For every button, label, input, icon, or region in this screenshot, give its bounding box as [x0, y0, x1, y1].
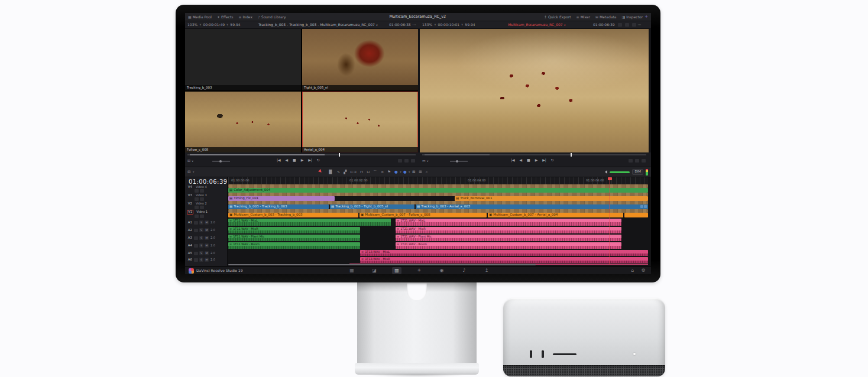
trim-edit-icon[interactable]: ▐▌ [328, 170, 333, 174]
in-out-icon[interactable] [635, 159, 639, 162]
keyframe-marker-icon[interactable]: ● [403, 170, 407, 174]
sound-library-button[interactable]: ♪Sound Library [258, 15, 286, 19]
audio-clip-a6[interactable]: ∞1T13.WAV - MixR [360, 257, 648, 263]
v2-track-controls[interactable] [193, 206, 204, 210]
solo-button[interactable]: S [199, 236, 203, 240]
left-zoom-slider[interactable] [212, 161, 230, 162]
stop-button[interactable]: ■ [293, 158, 296, 162]
dim-button[interactable]: DIM [632, 169, 643, 175]
solo-button[interactable]: S [199, 251, 203, 255]
mute-button[interactable]: M [205, 251, 209, 255]
v4-track-controls[interactable] [193, 189, 204, 193]
track-header-a6[interactable]: A6 S M 2.0 [187, 258, 215, 262]
right-zoom-slider[interactable] [450, 161, 468, 162]
insert-clip-icon[interactable]: ⊏⊐ [350, 170, 357, 174]
solo-button[interactable]: S [199, 258, 203, 262]
timeline-name[interactable]: Multicam_Escaramuza_RC_007 ∨ [493, 23, 581, 27]
audio-clip-a4-pink[interactable]: ∞1T21.WAV - Boom [396, 242, 621, 249]
audio-clip-a4-green[interactable]: ∞1T11.WAV - Boom [228, 242, 360, 249]
left-viewer-timecode[interactable]: 00:00:01:49 [203, 23, 225, 27]
project-manager-button[interactable]: ⌂ [628, 267, 637, 274]
audio-clip-a3-green[interactable]: ∞1T11.WAV - Plant Mic [228, 235, 360, 241]
solo-button[interactable]: S [199, 243, 203, 248]
multicam-clip-v1-3[interactable]: ▣Multicam_Custom_b_007 - Aerial_a_004 [488, 213, 623, 217]
play-button[interactable]: ▶ [301, 158, 304, 162]
step-back-button[interactable]: ◀ [520, 158, 523, 162]
metadata-button[interactable]: ⊞Metadata [595, 15, 616, 19]
zoom-detail-icon[interactable]: ⊞ [419, 170, 422, 174]
fullscreen-icon[interactable] [632, 23, 636, 27]
timeline-options-icon[interactable]: ⊟ [187, 170, 190, 174]
link-clips-icon[interactable]: ∞ [381, 170, 384, 174]
angle-cell-tracking[interactable]: Tracking_b_003 [185, 29, 301, 90]
replace-clip-icon[interactable]: ⊔ [367, 170, 370, 174]
skip-back-button[interactable]: |◀ [511, 158, 515, 162]
dynamic-trim-icon[interactable]: ∿ [337, 170, 340, 174]
left-viewer-seekbar[interactable] [187, 154, 416, 155]
audio-clip-a2-pink[interactable]: ∞1T21.WAV - MixR [396, 227, 621, 233]
grab-still-icon[interactable] [625, 23, 629, 27]
page-deliver-button[interactable]: ↥ [482, 267, 491, 274]
track-header-a1[interactable]: A1 S M 2.0 [187, 220, 215, 225]
single-view-mode[interactable]: ▭ ∨ [422, 159, 429, 163]
angle-cell-aerial-active[interactable]: Aerial_a_004 [302, 92, 418, 152]
track-header-a4[interactable]: A4 S M 2.0 [187, 243, 215, 248]
page-cut-button[interactable]: ◪ [370, 267, 379, 274]
audio-clip-a3-pink[interactable]: ∞1T21.WAV - Plant Mic [396, 235, 621, 241]
clip-menu-icon[interactable] [411, 159, 415, 162]
angle-cell-follow[interactable]: Follow_c_008 [185, 92, 301, 152]
timeline-scrollbar[interactable] [228, 264, 536, 265]
in-out-icon[interactable] [404, 159, 409, 162]
video-clip-v2-2[interactable]: ▤Tracking_b_003 - Tight_b_005_el [330, 204, 414, 209]
display-output-icon[interactable] [618, 23, 622, 27]
volume-slider[interactable] [610, 171, 630, 173]
speaker-icon[interactable] [603, 170, 607, 174]
audio-clip-a1-pink[interactable]: ∞1T21.WAV - MixL [396, 219, 621, 226]
track-header-a3[interactable]: A3 S M 2.0 [187, 236, 215, 240]
angle-cell-tight[interactable]: Tight_b_005_el [302, 29, 418, 90]
clip-menu-icon[interactable] [642, 159, 646, 162]
v1-track-controls[interactable] [193, 214, 204, 219]
project-settings-button[interactable]: ⚙ [639, 267, 648, 274]
page-edit-button-active[interactable]: ▥ [392, 267, 401, 274]
left-viewer-zoom[interactable]: 103% [187, 23, 197, 27]
more-menu-icon[interactable]: ··· [413, 23, 416, 27]
more-menu-icon[interactable]: ··· [638, 23, 642, 27]
right-viewer-timecode[interactable]: 00:00:10:01 [438, 23, 459, 27]
track-header-v2[interactable]: V2 Video 2 [187, 202, 207, 206]
snapping-icon[interactable]: ⌒ [373, 170, 377, 174]
mixer-button[interactable]: ≡Mixer [576, 15, 590, 19]
mute-button[interactable]: M [205, 228, 209, 232]
match-frame-icon[interactable] [398, 159, 402, 162]
track-header-v4[interactable]: V4 Video 4 [187, 185, 207, 189]
mute-button[interactable]: M [205, 258, 209, 262]
audio-clip-a1-green[interactable]: ∞1T11.WAV - MixL [228, 219, 391, 226]
playhead-line[interactable] [610, 177, 610, 265]
mute-button[interactable]: M [205, 236, 209, 240]
zoom-custom-icon[interactable]: ⌕ [426, 170, 428, 174]
match-frame-icon[interactable] [629, 159, 633, 162]
multicam-clip-v1-1[interactable]: ▣Multicam_Custom_b_003 - Tracking_b_003 [228, 213, 358, 217]
inspector-button[interactable]: ◨Inspector [621, 15, 643, 19]
selection-tool-icon[interactable] [318, 169, 324, 175]
track-header-v3[interactable]: V3 Video 3 [187, 193, 207, 197]
video-clip-v2-3[interactable]: ▤Tracking_b_003 - Aerial_a_003 [416, 204, 648, 209]
multicam-clip-v1-2[interactable]: ▣Multicam_Custom_b_007 - Follow_c_008 [359, 213, 487, 217]
mute-button[interactable]: M [205, 243, 209, 248]
solo-button[interactable]: S [199, 220, 203, 225]
flag-icon[interactable]: ⚑ [387, 170, 391, 174]
video-clip-v3-1[interactable]: ▤Timing_Fix_001 [228, 196, 335, 201]
play-button[interactable]: ▶ [535, 158, 538, 162]
media-pool-button[interactable]: ▦Media Pool [188, 15, 212, 19]
zoom-full-icon[interactable]: ⊠ [412, 170, 415, 174]
page-fairlight-button[interactable]: ♪ [459, 267, 469, 274]
loop-button[interactable]: ↻ [551, 158, 554, 162]
skip-back-button[interactable]: |◀ [277, 158, 281, 162]
track-header-v1-selected[interactable]: V1 Video 1 [187, 210, 208, 214]
page-fusion-button[interactable]: ✳ [414, 267, 424, 274]
video-clip-v2-1[interactable]: ▤Tracking_b_003 - Tracking_b_003 [228, 204, 329, 209]
blade-tool-icon[interactable]: ▞ [344, 170, 346, 174]
skip-forward-button[interactable]: ▶| [542, 158, 546, 162]
multicam-clip-v1-4[interactable] [624, 213, 648, 217]
step-back-button[interactable]: ◀ [286, 158, 289, 162]
